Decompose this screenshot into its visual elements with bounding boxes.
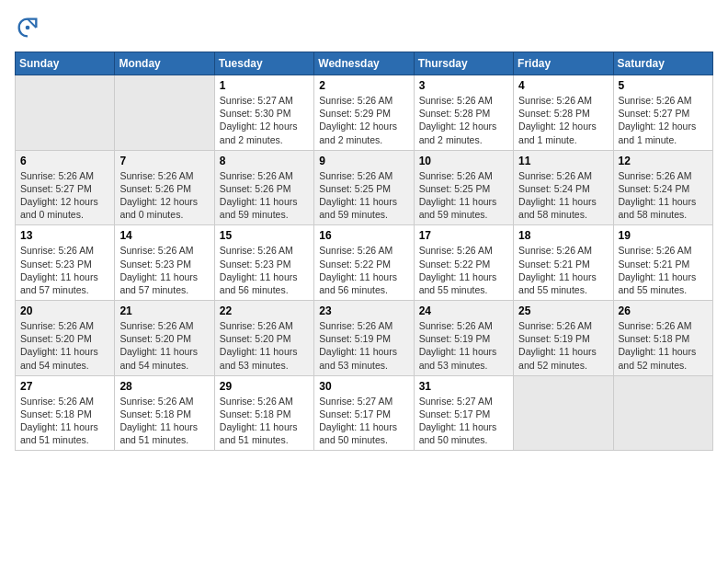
day-number: 28 bbox=[119, 380, 209, 393]
calendar-cell: 15Sunrise: 5:26 AMSunset: 5:23 PMDayligh… bbox=[214, 225, 313, 301]
column-header-sunday: Sunday bbox=[16, 52, 115, 75]
day-number: 9 bbox=[319, 155, 408, 167]
calendar-cell: 29Sunrise: 5:26 AMSunset: 5:18 PMDayligh… bbox=[214, 375, 313, 451]
calendar-cell: 7Sunrise: 5:26 AMSunset: 5:26 PMDaylight… bbox=[115, 150, 214, 225]
day-number: 18 bbox=[518, 229, 608, 242]
calendar-cell: 13Sunrise: 5:26 AMSunset: 5:23 PMDayligh… bbox=[16, 225, 115, 301]
day-number: 25 bbox=[518, 304, 608, 317]
calendar-cell: 27Sunrise: 5:26 AMSunset: 5:18 PMDayligh… bbox=[16, 375, 115, 451]
column-header-wednesday: Wednesday bbox=[314, 52, 414, 75]
page-header bbox=[15, 15, 713, 40]
day-detail: Sunrise: 5:26 AMSunset: 5:28 PMDaylight:… bbox=[518, 94, 608, 146]
calendar-cell: 2Sunrise: 5:26 AMSunset: 5:29 PMDaylight… bbox=[314, 75, 414, 151]
day-number: 14 bbox=[119, 229, 209, 242]
calendar-cell: 4Sunrise: 5:26 AMSunset: 5:28 PMDaylight… bbox=[514, 75, 613, 151]
calendar-cell: 26Sunrise: 5:26 AMSunset: 5:18 PMDayligh… bbox=[613, 301, 712, 376]
calendar-week-row: 6Sunrise: 5:26 AMSunset: 5:27 PMDaylight… bbox=[16, 150, 713, 225]
column-header-tuesday: Tuesday bbox=[214, 52, 313, 75]
calendar-cell bbox=[514, 375, 613, 451]
day-number: 19 bbox=[619, 229, 708, 242]
calendar-cell: 8Sunrise: 5:26 AMSunset: 5:26 PMDaylight… bbox=[214, 150, 313, 225]
day-detail: Sunrise: 5:27 AMSunset: 5:30 PMDaylight:… bbox=[220, 94, 309, 146]
day-detail: Sunrise: 5:26 AMSunset: 5:26 PMDaylight:… bbox=[220, 169, 309, 222]
day-number: 24 bbox=[419, 304, 508, 317]
day-detail: Sunrise: 5:26 AMSunset: 5:29 PMDaylight:… bbox=[319, 94, 408, 146]
day-detail: Sunrise: 5:26 AMSunset: 5:21 PMDaylight:… bbox=[619, 244, 708, 296]
day-number: 4 bbox=[518, 79, 608, 92]
day-detail: Sunrise: 5:26 AMSunset: 5:26 PMDaylight:… bbox=[119, 169, 209, 222]
day-number: 22 bbox=[220, 304, 309, 317]
calendar-cell: 5Sunrise: 5:26 AMSunset: 5:27 PMDaylight… bbox=[613, 75, 712, 151]
calendar-cell: 6Sunrise: 5:26 AMSunset: 5:27 PMDaylight… bbox=[16, 150, 115, 225]
day-detail: Sunrise: 5:26 AMSunset: 5:20 PMDaylight:… bbox=[119, 319, 209, 372]
day-detail: Sunrise: 5:26 AMSunset: 5:21 PMDaylight:… bbox=[518, 244, 608, 296]
calendar-week-row: 27Sunrise: 5:26 AMSunset: 5:18 PMDayligh… bbox=[16, 375, 713, 451]
calendar-cell: 19Sunrise: 5:26 AMSunset: 5:21 PMDayligh… bbox=[613, 225, 712, 301]
day-number: 29 bbox=[220, 380, 309, 393]
day-detail: Sunrise: 5:27 AMSunset: 5:17 PMDaylight:… bbox=[319, 395, 408, 447]
calendar-cell: 18Sunrise: 5:26 AMSunset: 5:21 PMDayligh… bbox=[514, 225, 613, 301]
day-number: 1 bbox=[220, 79, 309, 92]
column-header-monday: Monday bbox=[115, 52, 214, 75]
calendar-cell: 16Sunrise: 5:26 AMSunset: 5:22 PMDayligh… bbox=[314, 225, 414, 301]
day-detail: Sunrise: 5:26 AMSunset: 5:23 PMDaylight:… bbox=[220, 244, 309, 296]
day-detail: Sunrise: 5:26 AMSunset: 5:27 PMDaylight:… bbox=[20, 169, 109, 222]
day-number: 27 bbox=[20, 380, 109, 393]
day-detail: Sunrise: 5:26 AMSunset: 5:24 PMDaylight:… bbox=[619, 169, 708, 222]
calendar-cell: 11Sunrise: 5:26 AMSunset: 5:24 PMDayligh… bbox=[514, 150, 613, 225]
day-detail: Sunrise: 5:26 AMSunset: 5:24 PMDaylight:… bbox=[518, 169, 608, 222]
day-number: 21 bbox=[119, 304, 209, 317]
calendar-cell bbox=[16, 75, 115, 151]
calendar-cell bbox=[613, 375, 712, 451]
calendar-cell: 20Sunrise: 5:26 AMSunset: 5:20 PMDayligh… bbox=[16, 301, 115, 376]
day-number: 7 bbox=[119, 155, 209, 167]
day-number: 12 bbox=[619, 155, 708, 167]
calendar-cell: 10Sunrise: 5:26 AMSunset: 5:25 PMDayligh… bbox=[414, 150, 513, 225]
logo-icon bbox=[15, 15, 40, 40]
calendar-cell: 28Sunrise: 5:26 AMSunset: 5:18 PMDayligh… bbox=[115, 375, 214, 451]
day-detail: Sunrise: 5:26 AMSunset: 5:18 PMDaylight:… bbox=[619, 319, 708, 372]
day-detail: Sunrise: 5:26 AMSunset: 5:27 PMDaylight:… bbox=[619, 94, 708, 146]
calendar-table: SundayMondayTuesdayWednesdayThursdayFrid… bbox=[15, 52, 713, 451]
day-number: 2 bbox=[319, 79, 408, 92]
day-number: 3 bbox=[419, 79, 508, 92]
day-detail: Sunrise: 5:26 AMSunset: 5:23 PMDaylight:… bbox=[119, 244, 209, 296]
calendar-cell: 3Sunrise: 5:26 AMSunset: 5:28 PMDaylight… bbox=[414, 75, 513, 151]
day-detail: Sunrise: 5:26 AMSunset: 5:28 PMDaylight:… bbox=[419, 94, 508, 146]
calendar-cell: 21Sunrise: 5:26 AMSunset: 5:20 PMDayligh… bbox=[115, 301, 214, 376]
column-header-saturday: Saturday bbox=[613, 52, 712, 75]
calendar-cell: 23Sunrise: 5:26 AMSunset: 5:19 PMDayligh… bbox=[314, 301, 414, 376]
day-detail: Sunrise: 5:26 AMSunset: 5:18 PMDaylight:… bbox=[119, 395, 209, 447]
day-number: 11 bbox=[518, 155, 608, 167]
calendar-week-row: 20Sunrise: 5:26 AMSunset: 5:20 PMDayligh… bbox=[16, 301, 713, 376]
day-detail: Sunrise: 5:26 AMSunset: 5:19 PMDaylight:… bbox=[419, 319, 508, 372]
calendar-cell: 31Sunrise: 5:27 AMSunset: 5:17 PMDayligh… bbox=[414, 375, 513, 451]
day-number: 15 bbox=[220, 229, 309, 242]
day-detail: Sunrise: 5:26 AMSunset: 5:22 PMDaylight:… bbox=[419, 244, 508, 296]
day-detail: Sunrise: 5:26 AMSunset: 5:25 PMDaylight:… bbox=[319, 169, 408, 222]
calendar-week-row: 13Sunrise: 5:26 AMSunset: 5:23 PMDayligh… bbox=[16, 225, 713, 301]
calendar-header-row: SundayMondayTuesdayWednesdayThursdayFrid… bbox=[16, 52, 713, 75]
day-detail: Sunrise: 5:26 AMSunset: 5:19 PMDaylight:… bbox=[518, 319, 608, 372]
day-number: 31 bbox=[419, 380, 508, 393]
day-number: 5 bbox=[619, 79, 708, 92]
calendar-week-row: 1Sunrise: 5:27 AMSunset: 5:30 PMDaylight… bbox=[16, 75, 713, 151]
logo bbox=[15, 15, 44, 40]
calendar-cell: 30Sunrise: 5:27 AMSunset: 5:17 PMDayligh… bbox=[314, 375, 414, 451]
calendar-cell: 1Sunrise: 5:27 AMSunset: 5:30 PMDaylight… bbox=[214, 75, 313, 151]
day-detail: Sunrise: 5:26 AMSunset: 5:19 PMDaylight:… bbox=[319, 319, 408, 372]
calendar-cell bbox=[115, 75, 214, 151]
calendar-cell: 12Sunrise: 5:26 AMSunset: 5:24 PMDayligh… bbox=[613, 150, 712, 225]
calendar-cell: 14Sunrise: 5:26 AMSunset: 5:23 PMDayligh… bbox=[115, 225, 214, 301]
day-number: 20 bbox=[20, 304, 109, 317]
calendar-cell: 24Sunrise: 5:26 AMSunset: 5:19 PMDayligh… bbox=[414, 301, 513, 376]
day-detail: Sunrise: 5:26 AMSunset: 5:20 PMDaylight:… bbox=[20, 319, 109, 372]
column-header-thursday: Thursday bbox=[414, 52, 513, 75]
day-number: 13 bbox=[20, 229, 109, 242]
day-detail: Sunrise: 5:26 AMSunset: 5:18 PMDaylight:… bbox=[20, 395, 109, 447]
day-detail: Sunrise: 5:26 AMSunset: 5:25 PMDaylight:… bbox=[419, 169, 508, 222]
day-detail: Sunrise: 5:26 AMSunset: 5:22 PMDaylight:… bbox=[319, 244, 408, 296]
day-number: 23 bbox=[319, 304, 408, 317]
svg-point-1 bbox=[26, 26, 30, 30]
calendar-cell: 17Sunrise: 5:26 AMSunset: 5:22 PMDayligh… bbox=[414, 225, 513, 301]
